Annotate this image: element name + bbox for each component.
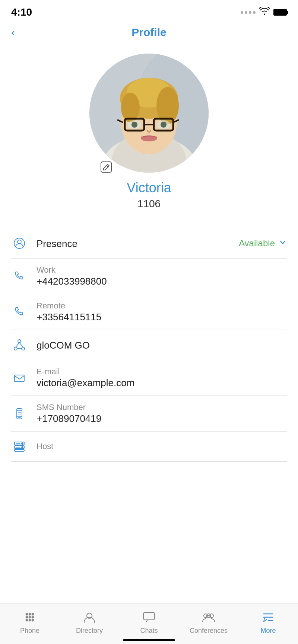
email-row[interactable]: E-mail victoria@example.com <box>11 360 287 396</box>
conferences-tab-icon <box>201 610 216 625</box>
svg-line-29 <box>19 343 23 347</box>
directory-tab-label: Directory <box>76 627 103 635</box>
more-tab-icon <box>261 610 276 625</box>
tab-directory[interactable]: Directory <box>60 610 119 635</box>
user-name: Victoria <box>127 180 171 196</box>
svg-point-27 <box>22 347 25 350</box>
signal-icon <box>241 11 256 14</box>
svg-rect-55 <box>143 612 155 620</box>
chats-tab-label: Chats <box>140 627 158 635</box>
profile-photo <box>89 54 209 173</box>
host-label: Host <box>37 442 287 451</box>
tab-phone[interactable]: Phone <box>0 610 60 635</box>
network-icon <box>11 337 28 353</box>
host-row[interactable]: Host <box>11 432 287 462</box>
chats-tab-icon <box>142 610 156 625</box>
svg-rect-31 <box>15 375 24 382</box>
work-phone-label: Work <box>37 265 287 275</box>
remote-phone-row[interactable]: Remote +33564115115 <box>11 294 287 330</box>
svg-point-26 <box>14 347 17 350</box>
work-phone-value: +442033998800 <box>37 276 287 287</box>
host-icon <box>11 438 28 455</box>
tab-bar: Phone Directory Chats <box>0 603 298 644</box>
host-content: Host <box>37 442 287 451</box>
directory-tab-icon <box>82 610 97 625</box>
remote-phone-content: Remote +33564115115 <box>37 301 287 323</box>
remote-phone-value: +33564115115 <box>37 311 287 323</box>
status-icons <box>241 7 287 17</box>
svg-point-47 <box>32 613 34 615</box>
tab-conferences[interactable]: Conferences <box>179 610 238 635</box>
email-icon <box>11 370 28 386</box>
sms-value: +17089070419 <box>37 413 287 424</box>
svg-line-28 <box>16 343 19 347</box>
svg-point-53 <box>32 619 34 621</box>
svg-point-41 <box>22 443 23 444</box>
more-tab-label: More <box>260 627 276 635</box>
svg-point-45 <box>26 613 28 615</box>
tab-more[interactable]: More <box>238 610 298 635</box>
work-phone-row[interactable]: Work +442033998800 <box>11 259 287 294</box>
status-time: 4:10 <box>11 6 32 18</box>
user-extension: 1106 <box>137 198 161 210</box>
svg-point-51 <box>26 619 28 621</box>
person-circle-icon <box>13 237 25 249</box>
svg-rect-32 <box>17 408 22 419</box>
sms-content: SMS Number +17089070419 <box>37 403 287 424</box>
back-button[interactable]: ‹ <box>11 27 15 38</box>
svg-point-19 <box>161 122 167 128</box>
envelope-icon <box>13 372 25 384</box>
work-phone-icon <box>11 268 28 285</box>
avatar <box>89 54 209 173</box>
phone-tab-icon <box>22 610 37 625</box>
avatar-section: Victoria 1106 <box>0 46 298 221</box>
svg-point-52 <box>29 619 31 621</box>
email-content: E-mail victoria@example.com <box>37 367 287 389</box>
svg-rect-40 <box>15 449 24 451</box>
remote-phone-label: Remote <box>37 301 287 311</box>
remote-phone-icon <box>11 304 28 320</box>
presence-label: Presence <box>37 238 230 250</box>
svg-point-25 <box>18 340 21 343</box>
page-title: Profile <box>131 26 166 39</box>
svg-point-18 <box>131 122 137 128</box>
svg-rect-22 <box>101 162 111 172</box>
edit-photo-button[interactable] <box>97 158 115 176</box>
info-section: Presence Available Work +44203399880 <box>0 228 298 462</box>
sms-row[interactable]: SMS Number +17089070419 <box>11 396 287 432</box>
edit-icon <box>99 160 113 174</box>
svg-point-48 <box>26 616 28 618</box>
home-indicator <box>123 639 175 641</box>
nav-bar: ‹ Profile <box>0 22 298 46</box>
wifi-icon <box>259 7 270 17</box>
sms-icon <box>11 406 28 422</box>
presence-content: Presence <box>37 237 230 250</box>
phone-icon-2 <box>13 306 25 318</box>
svg-point-50 <box>32 616 34 618</box>
status-bar: 4:10 <box>0 0 298 22</box>
glocom-row[interactable]: gloCOM GO <box>11 330 287 360</box>
email-label: E-mail <box>37 367 287 377</box>
conferences-tab-label: Conferences <box>190 627 228 635</box>
email-value: victoria@example.com <box>37 377 287 389</box>
work-phone-content: Work +442033998800 <box>37 265 287 287</box>
mobile-icon <box>13 408 25 420</box>
avatar-wrapper <box>89 54 209 173</box>
presence-icon <box>11 235 28 251</box>
svg-point-42 <box>22 446 23 448</box>
presence-dropdown-icon[interactable] <box>279 238 287 249</box>
presence-row[interactable]: Presence Available <box>11 228 287 259</box>
sms-label: SMS Number <box>37 403 287 412</box>
phone-tab-label: Phone <box>20 627 39 635</box>
glocom-value: gloCOM GO <box>37 340 287 351</box>
svg-point-46 <box>29 613 31 615</box>
svg-point-49 <box>29 616 31 618</box>
glocom-content: gloCOM GO <box>37 339 287 351</box>
presence-right: Available <box>239 238 287 249</box>
nodes-icon <box>13 339 25 351</box>
tab-chats[interactable]: Chats <box>119 610 179 635</box>
svg-point-24 <box>18 240 21 244</box>
phone-icon <box>13 270 25 282</box>
server-icon <box>13 440 25 452</box>
battery-icon <box>273 9 287 16</box>
